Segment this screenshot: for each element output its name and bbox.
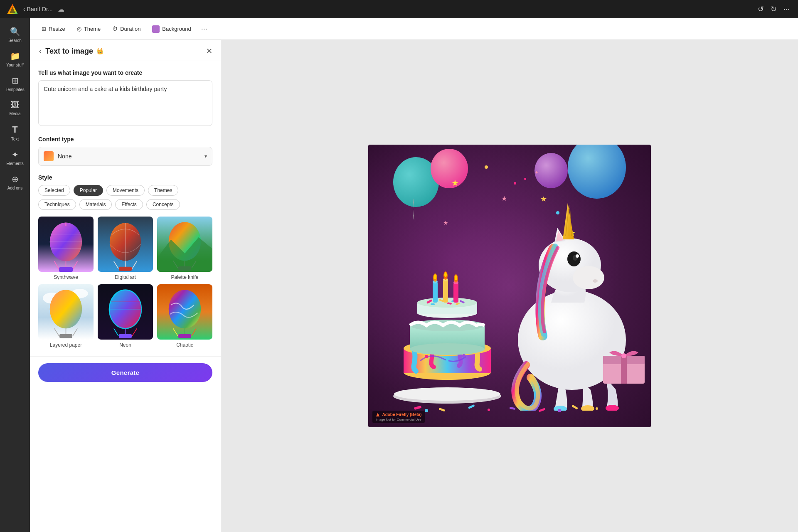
duration-icon: ⏱ <box>112 26 118 32</box>
sidebar-item-media[interactable]: 🖼 Media <box>2 97 28 119</box>
elements-icon: ✦ <box>12 150 19 160</box>
add-ons-icon: ⊕ <box>12 174 19 184</box>
folder-icon: 📁 <box>10 51 20 61</box>
style-tag-techniques[interactable]: Techniques <box>38 199 76 210</box>
style-card-image-layered-paper <box>38 284 94 340</box>
prompt-textarea[interactable]: Cute unicorn and a cake at a kids birthd… <box>38 80 212 126</box>
sidebar-item-label: Media <box>9 111 20 116</box>
undo-button[interactable]: ↺ <box>756 3 766 15</box>
background-color-swatch <box>152 25 160 33</box>
content-type-dropdown[interactable]: None ▾ <box>38 147 212 166</box>
theme-button[interactable]: ◎ Theme <box>72 23 106 34</box>
style-tag-themes[interactable]: Themes <box>148 185 178 196</box>
templates-icon: ⊞ <box>12 76 19 86</box>
sidebar-item-templates[interactable]: ⊞ Templates <box>2 72 28 95</box>
svg-point-24 <box>50 290 82 328</box>
svg-point-98 <box>488 409 490 411</box>
background-button[interactable]: Background <box>147 23 196 35</box>
generate-button[interactable]: Generate <box>38 363 212 382</box>
svg-point-47 <box>410 343 485 355</box>
generate-button-section: Generate <box>30 356 221 389</box>
svg-line-38 <box>192 328 196 336</box>
sidebar-item-elements[interactable]: ✦ Elements <box>2 146 28 169</box>
star-4: ★ <box>443 219 448 226</box>
svg-rect-89 <box>621 356 627 384</box>
firefly-title: Adobe Firefly (Beta) <box>376 412 421 417</box>
style-tag-movements[interactable]: Movements <box>106 185 145 196</box>
svg-rect-93 <box>468 404 475 409</box>
svg-line-3 <box>54 261 59 270</box>
text-icon: T <box>12 124 17 135</box>
style-tag-materials[interactable]: Materials <box>79 199 112 210</box>
sidebar-item-search[interactable]: 🔍 Search <box>2 23 28 46</box>
svg-point-71 <box>446 359 448 361</box>
style-grid: Synthwave <box>38 217 212 348</box>
star-1: ★ <box>451 178 459 188</box>
style-card-synthwave[interactable]: Synthwave <box>38 217 94 280</box>
svg-point-76 <box>593 279 598 283</box>
svg-line-25 <box>54 328 59 336</box>
svg-line-14 <box>132 261 137 269</box>
style-card-chaotic[interactable]: Chaotic <box>157 284 212 348</box>
svg-rect-62 <box>443 280 448 303</box>
svg-point-75 <box>573 266 604 289</box>
more-options-button[interactable]: ··· <box>782 3 791 15</box>
dropdown-arrow-icon: ▾ <box>204 153 207 159</box>
svg-line-33 <box>132 328 137 336</box>
topbar: ‹ Banff Dr... ☁ ↺ ↻ ··· <box>0 0 798 18</box>
redo-button[interactable]: ↻ <box>769 3 778 15</box>
svg-point-69 <box>455 275 457 280</box>
duration-button[interactable]: ⏱ Duration <box>107 23 145 34</box>
cake-svg <box>389 265 505 406</box>
sidebar-item-label: Templates <box>5 87 25 92</box>
svg-rect-92 <box>438 408 445 412</box>
svg-rect-96 <box>571 405 578 410</box>
sidebar-item-your-stuff[interactable]: 📁 Your stuff <box>2 48 28 71</box>
svg-point-90 <box>621 353 626 358</box>
floor-sprinkles <box>401 402 618 415</box>
cloud-icon: ☁ <box>58 5 64 13</box>
style-card-palette-knife[interactable]: Palette knife <box>157 217 212 280</box>
theme-label: Theme <box>84 26 101 32</box>
style-card-image-chaotic <box>157 284 212 340</box>
style-card-label-chaotic: Chaotic <box>157 342 212 348</box>
panel-close-button[interactable]: ✕ <box>206 47 212 56</box>
sidebar-item-text[interactable]: T Text <box>2 121 28 145</box>
toolbar-more-button[interactable]: ··· <box>198 23 211 35</box>
style-card-label-digital-art: Digital art <box>98 274 153 280</box>
search-icon: 🔍 <box>10 27 20 37</box>
gift-box <box>601 344 647 386</box>
sidebar-item-add-ons[interactable]: ⊕ Add ons <box>2 171 28 194</box>
resize-button[interactable]: ⊞ Resize <box>37 23 70 34</box>
style-card-layered-paper[interactable]: Layered paper <box>38 284 94 348</box>
sidebar-item-label: Elements <box>6 161 24 166</box>
sidebar-item-label: Your stuff <box>6 63 24 67</box>
chevron-left-icon: ‹ <box>23 6 25 12</box>
sidebar-item-label: Add ons <box>7 186 23 190</box>
svg-point-70 <box>425 355 428 358</box>
svg-rect-66 <box>453 283 458 303</box>
style-tag-concepts[interactable]: Concepts <box>146 199 180 210</box>
svg-rect-15 <box>119 267 132 271</box>
balloon-pink <box>431 149 468 188</box>
style-card-neon[interactable]: Neon <box>98 284 153 348</box>
panel-back-button[interactable]: ‹ <box>38 47 42 56</box>
svg-marker-101 <box>376 413 379 416</box>
back-button[interactable]: ‹ Banff Dr... <box>23 6 53 12</box>
resize-label: Resize <box>49 26 65 32</box>
style-tag-popular[interactable]: Popular <box>74 185 103 196</box>
style-card-label-synthwave: Synthwave <box>38 274 94 280</box>
style-card-digital-art[interactable]: Digital art <box>98 217 153 280</box>
main-content: ‹ Text to image 👑 ✕ Tell us what image y… <box>30 40 798 532</box>
style-section: Style Selected Popular Movements Themes … <box>38 174 212 348</box>
svg-point-72 <box>462 354 466 357</box>
style-tag-selected[interactable]: Selected <box>38 185 70 196</box>
adobe-logo <box>7 3 18 15</box>
svg-line-5 <box>73 261 77 270</box>
style-tag-effects[interactable]: Effects <box>115 199 143 210</box>
resize-icon: ⊞ <box>42 26 46 32</box>
content-type-label: Content type <box>38 136 212 143</box>
style-card-label-palette-knife: Palette knife <box>157 274 212 280</box>
svg-point-100 <box>596 407 598 410</box>
style-label: Style <box>38 174 212 181</box>
